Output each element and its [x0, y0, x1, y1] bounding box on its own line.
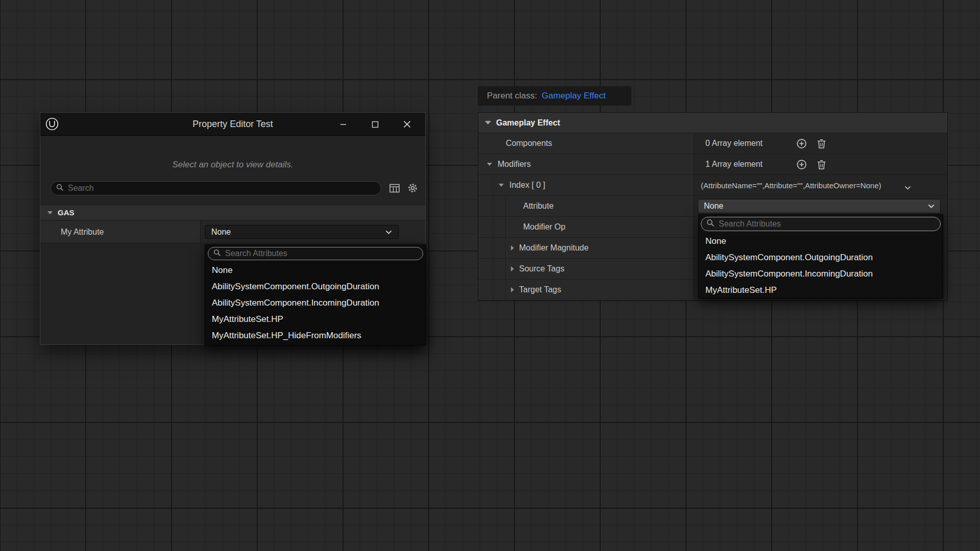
parent-class-bar: Parent class: Gameplay Effect [478, 86, 631, 106]
view-options-icon[interactable] [389, 184, 400, 195]
row-label: Modifiers [498, 160, 531, 169]
row-label: Target Tags [519, 285, 561, 294]
property-label: My Attribute [61, 228, 104, 237]
details-row-components[interactable]: Components 0 Array element [478, 133, 947, 154]
attribute-picker-dropdown: None AbilitySystemComponent.OutgoingDura… [205, 244, 426, 345]
settings-gear-icon[interactable] [407, 183, 418, 195]
collapsed-arrow-icon[interactable] [511, 266, 514, 271]
expand-arrow-icon[interactable] [499, 184, 504, 187]
row-label: Modifier Magnitude [519, 243, 589, 253]
array-count: 0 Array element [694, 139, 763, 148]
row-label: Index [ 0 ] [509, 181, 545, 190]
chevron-down-icon [928, 202, 935, 211]
expand-arrow-icon[interactable] [487, 163, 492, 166]
dropdown-item-none[interactable]: None [699, 233, 943, 249]
expand-arrow-icon[interactable] [485, 121, 491, 124]
category-label: Gameplay Effect [496, 118, 560, 128]
parent-class-link[interactable]: Gameplay Effect [542, 91, 605, 101]
property-label-cell: My Attribute [40, 221, 201, 243]
clear-array-button[interactable] [817, 138, 826, 149]
chevron-down-icon [385, 228, 392, 237]
search-icon [213, 249, 221, 259]
details-row-index-0[interactable]: Index [ 0 ] (AttributeName="",Attribute=… [478, 175, 947, 196]
combobox-value: None [211, 228, 385, 237]
expand-arrow-icon[interactable] [47, 211, 53, 214]
row-label-cell: Modifiers [478, 154, 694, 174]
attribute-combobox[interactable]: None [698, 199, 941, 213]
attribute-search-box[interactable] [701, 217, 941, 231]
combobox-value: None [704, 202, 928, 211]
row-label-cell: Attribute [478, 196, 694, 216]
category-header-gameplay-effect[interactable]: Gameplay Effect [478, 113, 947, 133]
minimize-button[interactable] [331, 113, 355, 136]
row-label-cell: Modifier Magnitude [478, 238, 694, 258]
dropdown-item-hp-hide-from-modifiers[interactable]: MyAttributeSet.HP_HideFromModifiers [205, 328, 426, 344]
row-value-cell: 0 Array element [694, 133, 947, 154]
row-value-cell: None [694, 196, 947, 216]
dropdown-item-none[interactable]: None [205, 262, 426, 279]
details-search-box[interactable] [51, 181, 381, 195]
clear-array-button[interactable] [817, 159, 826, 170]
category-label: GAS [58, 208, 75, 217]
add-array-element-button[interactable] [796, 138, 807, 149]
dropdown-item-hp[interactable]: MyAttributeSet.HP [205, 311, 426, 328]
row-label-cell: Index [ 0 ] [478, 175, 694, 195]
close-button[interactable] [395, 113, 419, 136]
property-value-cell: None [201, 221, 425, 243]
row-value-cell: (AttributeName="",Attribute="",Attribute… [694, 175, 947, 195]
search-icon [56, 184, 64, 193]
row-label-cell: Target Tags [478, 280, 694, 300]
row-label-cell: Modifier Op [478, 217, 694, 237]
attribute-search-input[interactable] [719, 219, 935, 229]
dropdown-item-outgoing-duration[interactable]: AbilitySystemComponent.OutgoingDuration [205, 279, 426, 295]
struct-preview: (AttributeName="",Attribute="",Attribute… [694, 181, 881, 190]
row-value-cell: 1 Array element [694, 154, 947, 174]
attribute-options-list: None AbilitySystemComponent.OutgoingDura… [205, 262, 426, 344]
property-row-my-attribute[interactable]: My Attribute None [40, 221, 425, 243]
chevron-down-icon[interactable] [904, 183, 911, 192]
row-label: Components [506, 139, 552, 148]
details-row-modifiers[interactable]: Modifiers 1 Array element [478, 154, 947, 175]
property-editor-test-window: Property Editor Test Select an object to… [40, 112, 426, 345]
attribute-options-list: None AbilitySystemComponent.OutgoingDura… [699, 233, 943, 298]
array-count: 1 Array element [694, 160, 763, 169]
blueprint-graph-canvas[interactable]: Property Editor Test Select an object to… [0, 0, 980, 551]
collapsed-arrow-icon[interactable] [511, 287, 514, 292]
row-label: Attribute [523, 202, 554, 211]
attribute-search-box[interactable] [208, 247, 423, 260]
search-input[interactable] [68, 184, 376, 193]
dropdown-item-hp[interactable]: MyAttributeSet.HP [699, 282, 943, 298]
collapsed-arrow-icon[interactable] [511, 245, 514, 251]
dropdown-item-incoming-duration[interactable]: AbilitySystemComponent.IncomingDuration [205, 295, 426, 311]
row-label-cell: Components [478, 133, 694, 154]
row-label: Modifier Op [523, 222, 566, 232]
dropdown-item-outgoing-duration[interactable]: AbilitySystemComponent.OutgoingDuration [699, 249, 943, 266]
category-header-gas[interactable]: GAS [40, 205, 425, 220]
dropdown-item-incoming-duration[interactable]: AbilitySystemComponent.IncomingDuration [699, 266, 943, 282]
add-array-element-button[interactable] [796, 159, 807, 170]
details-row-attribute[interactable]: Attribute None [478, 196, 947, 217]
my-attribute-combobox[interactable]: None [205, 225, 399, 239]
row-label-cell: Source Tags [478, 259, 694, 279]
parent-class-label: Parent class: [487, 91, 537, 101]
empty-selection-hint: Select an object to view details. [40, 160, 425, 170]
attribute-search-input[interactable] [225, 249, 418, 258]
window-titlebar[interactable]: Property Editor Test [40, 113, 425, 136]
search-icon [706, 219, 715, 229]
maximize-button[interactable] [363, 113, 387, 136]
row-label: Source Tags [519, 264, 565, 273]
attribute-picker-dropdown-right: None AbilitySystemComponent.OutgoingDura… [698, 214, 943, 298]
